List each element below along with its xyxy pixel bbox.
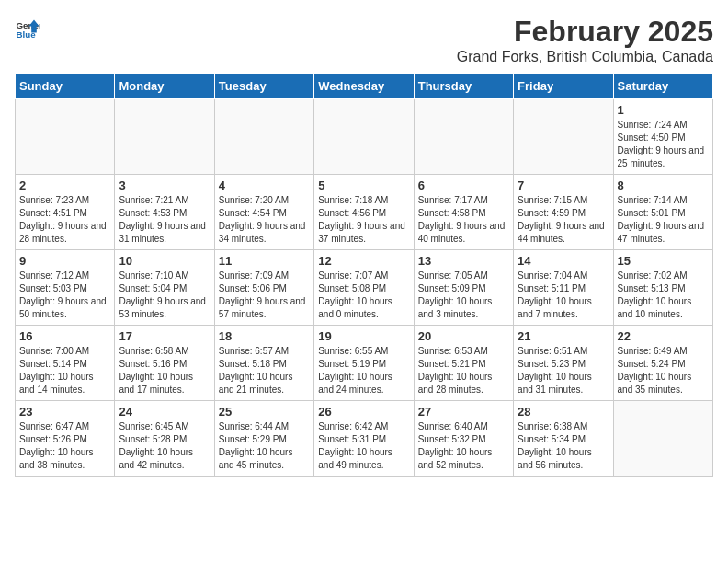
- day-cell: 21Sunrise: 6:51 AM Sunset: 5:23 PM Dayli…: [514, 326, 613, 401]
- day-number: 1: [618, 103, 709, 117]
- day-cell: [613, 401, 712, 477]
- weekday-header-thursday: Thursday: [414, 74, 513, 99]
- week-row-3: 16Sunrise: 7:00 AM Sunset: 5:14 PM Dayli…: [16, 326, 713, 401]
- day-info: Sunrise: 6:51 AM Sunset: 5:23 PM Dayligh…: [518, 345, 609, 396]
- day-number: 5: [318, 178, 409, 192]
- weekday-header-tuesday: Tuesday: [214, 74, 313, 99]
- day-number: 3: [119, 178, 210, 192]
- day-number: 26: [318, 405, 409, 419]
- day-number: 6: [418, 178, 509, 192]
- day-info: Sunrise: 7:10 AM Sunset: 5:04 PM Dayligh…: [119, 270, 210, 321]
- day-info: Sunrise: 6:53 AM Sunset: 5:21 PM Dayligh…: [418, 345, 509, 396]
- day-number: 2: [19, 178, 110, 192]
- main-title: February 2025: [457, 15, 713, 49]
- day-number: 27: [418, 405, 509, 419]
- day-cell: 13Sunrise: 7:05 AM Sunset: 5:09 PM Dayli…: [414, 250, 513, 326]
- day-cell: 27Sunrise: 6:40 AM Sunset: 5:32 PM Dayli…: [414, 401, 513, 477]
- day-cell: 5Sunrise: 7:18 AM Sunset: 4:56 PM Daylig…: [314, 175, 414, 250]
- day-cell: 14Sunrise: 7:04 AM Sunset: 5:11 PM Dayli…: [514, 250, 613, 326]
- day-number: 10: [119, 254, 210, 268]
- day-info: Sunrise: 6:58 AM Sunset: 5:16 PM Dayligh…: [119, 345, 210, 396]
- day-cell: 3Sunrise: 7:21 AM Sunset: 4:53 PM Daylig…: [115, 175, 214, 250]
- day-info: Sunrise: 7:00 AM Sunset: 5:14 PM Dayligh…: [19, 345, 110, 396]
- day-cell: 28Sunrise: 6:38 AM Sunset: 5:34 PM Dayli…: [514, 401, 613, 477]
- day-cell: 22Sunrise: 6:49 AM Sunset: 5:24 PM Dayli…: [613, 326, 712, 401]
- day-cell: 17Sunrise: 6:58 AM Sunset: 5:16 PM Dayli…: [115, 326, 214, 401]
- day-number: 8: [618, 178, 709, 192]
- day-cell: 20Sunrise: 6:53 AM Sunset: 5:21 PM Dayli…: [414, 326, 513, 401]
- day-cell: 9Sunrise: 7:12 AM Sunset: 5:03 PM Daylig…: [16, 250, 115, 326]
- day-number: 7: [518, 178, 609, 192]
- day-info: Sunrise: 6:57 AM Sunset: 5:18 PM Dayligh…: [219, 345, 310, 396]
- day-info: Sunrise: 6:44 AM Sunset: 5:29 PM Dayligh…: [219, 420, 310, 472]
- day-info: Sunrise: 7:05 AM Sunset: 5:09 PM Dayligh…: [418, 270, 509, 321]
- day-info: Sunrise: 6:42 AM Sunset: 5:31 PM Dayligh…: [318, 420, 409, 472]
- day-number: 21: [518, 329, 609, 343]
- day-info: Sunrise: 7:14 AM Sunset: 5:01 PM Dayligh…: [618, 194, 709, 246]
- day-cell: 25Sunrise: 6:44 AM Sunset: 5:29 PM Dayli…: [214, 401, 313, 477]
- day-cell: [414, 99, 513, 175]
- day-cell: 18Sunrise: 6:57 AM Sunset: 5:18 PM Dayli…: [214, 326, 313, 401]
- day-cell: 10Sunrise: 7:10 AM Sunset: 5:04 PM Dayli…: [115, 250, 214, 326]
- weekday-header-row: SundayMondayTuesdayWednesdayThursdayFrid…: [16, 74, 713, 99]
- day-cell: [115, 99, 214, 175]
- day-number: 22: [618, 329, 709, 343]
- day-number: 9: [19, 254, 110, 268]
- day-number: 17: [119, 329, 210, 343]
- day-number: 20: [418, 329, 509, 343]
- day-cell: [214, 99, 313, 175]
- day-cell: 19Sunrise: 6:55 AM Sunset: 5:19 PM Dayli…: [314, 326, 414, 401]
- day-number: 11: [219, 254, 310, 268]
- logo-icon: General Blue: [15, 15, 40, 40]
- day-cell: 23Sunrise: 6:47 AM Sunset: 5:26 PM Dayli…: [16, 401, 115, 477]
- day-info: Sunrise: 7:15 AM Sunset: 4:59 PM Dayligh…: [518, 194, 609, 246]
- week-row-4: 23Sunrise: 6:47 AM Sunset: 5:26 PM Dayli…: [16, 401, 713, 477]
- title-area: February 2025 Grand Forks, British Colum…: [457, 15, 713, 65]
- weekday-header-wednesday: Wednesday: [314, 74, 414, 99]
- day-info: Sunrise: 7:17 AM Sunset: 4:58 PM Dayligh…: [418, 194, 509, 246]
- day-number: 15: [618, 254, 709, 268]
- day-cell: 11Sunrise: 7:09 AM Sunset: 5:06 PM Dayli…: [214, 250, 313, 326]
- weekday-header-saturday: Saturday: [613, 74, 712, 99]
- day-info: Sunrise: 6:45 AM Sunset: 5:28 PM Dayligh…: [119, 420, 210, 472]
- day-number: 24: [119, 405, 210, 419]
- week-row-2: 9Sunrise: 7:12 AM Sunset: 5:03 PM Daylig…: [16, 250, 713, 326]
- day-number: 4: [219, 178, 310, 192]
- day-cell: 12Sunrise: 7:07 AM Sunset: 5:08 PM Dayli…: [314, 250, 414, 326]
- day-cell: 24Sunrise: 6:45 AM Sunset: 5:28 PM Dayli…: [115, 401, 214, 477]
- day-cell: 7Sunrise: 7:15 AM Sunset: 4:59 PM Daylig…: [514, 175, 613, 250]
- day-cell: [514, 99, 613, 175]
- day-info: Sunrise: 7:24 AM Sunset: 4:50 PM Dayligh…: [618, 119, 709, 170]
- header: General Blue February 2025 Grand Forks, …: [15, 15, 713, 65]
- sub-title: Grand Forks, British Columbia, Canada: [457, 49, 713, 65]
- day-cell: 1Sunrise: 7:24 AM Sunset: 4:50 PM Daylig…: [613, 99, 712, 175]
- day-number: 25: [219, 405, 310, 419]
- day-number: 14: [518, 254, 609, 268]
- day-number: 28: [518, 405, 609, 419]
- week-row-0: 1Sunrise: 7:24 AM Sunset: 4:50 PM Daylig…: [16, 99, 713, 175]
- day-info: Sunrise: 6:55 AM Sunset: 5:19 PM Dayligh…: [318, 345, 409, 396]
- day-info: Sunrise: 6:38 AM Sunset: 5:34 PM Dayligh…: [518, 420, 609, 472]
- day-info: Sunrise: 7:02 AM Sunset: 5:13 PM Dayligh…: [618, 270, 709, 321]
- day-number: 12: [318, 254, 409, 268]
- day-info: Sunrise: 7:09 AM Sunset: 5:06 PM Dayligh…: [219, 270, 310, 321]
- day-cell: 16Sunrise: 7:00 AM Sunset: 5:14 PM Dayli…: [16, 326, 115, 401]
- day-number: 19: [318, 329, 409, 343]
- day-info: Sunrise: 7:12 AM Sunset: 5:03 PM Dayligh…: [19, 270, 110, 321]
- logo: General Blue: [15, 15, 40, 40]
- day-cell: 2Sunrise: 7:23 AM Sunset: 4:51 PM Daylig…: [16, 175, 115, 250]
- day-info: Sunrise: 6:49 AM Sunset: 5:24 PM Dayligh…: [618, 345, 709, 396]
- day-number: 23: [19, 405, 110, 419]
- day-info: Sunrise: 7:07 AM Sunset: 5:08 PM Dayligh…: [318, 270, 409, 321]
- weekday-header-sunday: Sunday: [16, 74, 115, 99]
- day-cell: 4Sunrise: 7:20 AM Sunset: 4:54 PM Daylig…: [214, 175, 313, 250]
- day-info: Sunrise: 7:21 AM Sunset: 4:53 PM Dayligh…: [119, 194, 210, 246]
- day-cell: 26Sunrise: 6:42 AM Sunset: 5:31 PM Dayli…: [314, 401, 414, 477]
- day-cell: 8Sunrise: 7:14 AM Sunset: 5:01 PM Daylig…: [613, 175, 712, 250]
- day-number: 18: [219, 329, 310, 343]
- day-number: 16: [19, 329, 110, 343]
- day-info: Sunrise: 6:40 AM Sunset: 5:32 PM Dayligh…: [418, 420, 509, 472]
- weekday-header-friday: Friday: [514, 74, 613, 99]
- weekday-header-monday: Monday: [115, 74, 214, 99]
- day-cell: 15Sunrise: 7:02 AM Sunset: 5:13 PM Dayli…: [613, 250, 712, 326]
